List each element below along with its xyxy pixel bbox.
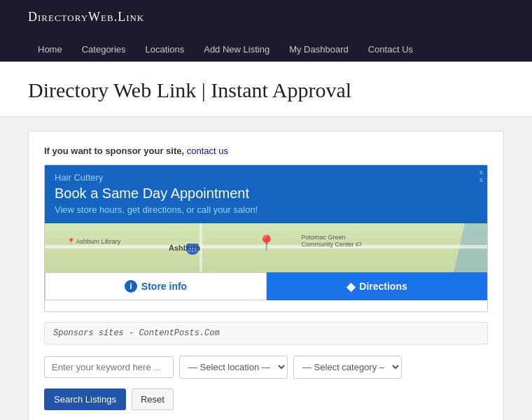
- nav-item-categories[interactable]: Categories: [72, 37, 136, 62]
- contact-us-link[interactable]: contact us: [187, 146, 228, 156]
- location-select[interactable]: — Select location —: [179, 356, 288, 379]
- nav-item-home[interactable]: Home: [28, 37, 72, 62]
- map-buttons: i Store info ◆ Directions: [45, 272, 487, 300]
- map-label-ashburn: Ashburn: [169, 244, 200, 252]
- ad-close-icon[interactable]: x: [479, 168, 484, 183]
- page-title: Directory Web Link | Instant Approval: [28, 78, 504, 102]
- sponsor-notice: If you want to sponsor your site, contac…: [44, 146, 488, 156]
- ad-container: x Hair Cuttery Book a Same Day Appointme…: [44, 164, 488, 312]
- main-nav: Home Categories Locations Add New Listin…: [28, 37, 504, 62]
- search-listings-button[interactable]: Search Listings: [44, 388, 126, 410]
- map-label-library: 📍 Ashburn Library: [67, 238, 121, 245]
- search-bar: — Select location — — Select category —: [44, 356, 488, 379]
- nav-item-locations[interactable]: Locations: [136, 37, 195, 62]
- store-info-button[interactable]: i Store info: [45, 272, 267, 300]
- search-actions: Search Listings Reset: [44, 388, 488, 410]
- map-pin: 📍: [257, 236, 276, 251]
- directions-button[interactable]: ◆ Directions: [267, 272, 487, 300]
- sponsors-line: Sponsors sites - ContentPosts.Com: [44, 322, 488, 344]
- nav-item-contact-us[interactable]: Contact Us: [358, 37, 423, 62]
- nav-item-my-dashboard[interactable]: My Dashboard: [279, 37, 358, 62]
- ad-headline: Book a Same Day Appointment: [55, 186, 479, 202]
- ad-title: Hair Cuttery: [55, 172, 479, 183]
- category-select[interactable]: — Select category —: [293, 356, 402, 379]
- directions-label: Directions: [359, 281, 407, 292]
- main-content: If you want to sponsor your site, contac…: [0, 117, 532, 420]
- page-title-area: Directory Web Link | Instant Approval: [0, 62, 532, 117]
- info-icon: i: [125, 280, 137, 293]
- search-input[interactable]: [44, 356, 174, 378]
- store-info-label: Store info: [141, 281, 187, 292]
- ad-top[interactable]: x Hair Cuttery Book a Same Day Appointme…: [45, 165, 487, 223]
- reset-button[interactable]: Reset: [132, 388, 174, 410]
- ad-subtext: View store hours, get directions, or cal…: [55, 204, 479, 215]
- site-logo[interactable]: DirectoryWeb.Link: [28, 10, 504, 33]
- content-box: If you want to sponsor your site, contac…: [28, 131, 504, 420]
- site-header: DirectoryWeb.Link Home Categories Locati…: [0, 0, 532, 62]
- nav-item-add-new-listing[interactable]: Add New Listing: [194, 37, 279, 62]
- map-area: 📍 Ashburn Library 267 Ashburn 📍 Potomac …: [45, 223, 487, 272]
- map-label-community: Potomac GreenCommunity Center 🏷: [302, 234, 363, 248]
- directions-nav-icon: ◆: [346, 280, 355, 293]
